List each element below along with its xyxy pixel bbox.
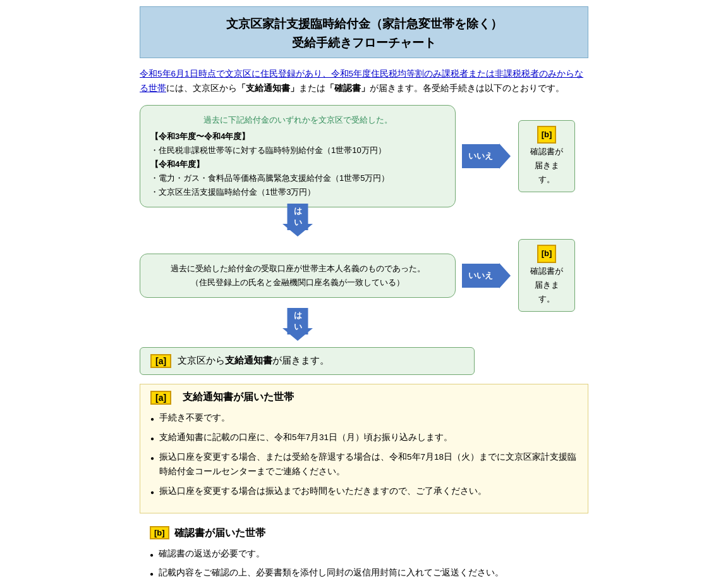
section-b: [b] 確認書が届いた世帯 確認書の返送が必要です。 記載内容をご確認の上、必要… <box>140 520 588 584</box>
kakuninsho-box-1: [b] 確認書が届きます。 <box>518 120 575 192</box>
condition1-r4: 【令和4年度】 <box>150 157 445 171</box>
b-badge-2: [b] <box>537 245 557 262</box>
section-a-badge: [a] <box>150 391 171 405</box>
condition1-r4-item1: ・電力・ガス・食料品等価格高騰緊急支援給付金（1世帯5万円） <box>150 171 445 185</box>
header-title2: 受給手続きフローチャート <box>153 35 575 51</box>
condition1-r4-item2: ・文京区生活支援臨時給付金（1世帯3万円） <box>150 185 445 199</box>
arrow-shaft-2: はい <box>288 314 307 328</box>
result-a-box: [a] 文京区から支給通知書が届きます。 <box>140 347 475 375</box>
a-badge: [a] <box>150 354 171 368</box>
page-container: 文京区家計支援臨時給付金（家計急変世帯を除く） 受給手続きフローチャート 令和5… <box>130 0 598 583</box>
arrow-down-2: はい <box>282 314 313 341</box>
section-a-list: 手続き不要です。 支給通知書に記載の口座に、令和5年7月31日（月）頃お振り込み… <box>150 411 578 499</box>
section-b-list: 確認書の返送が必要です。 記載内容をご確認の上、必要書類を添付し同封の返信用封筒… <box>150 547 578 584</box>
hai-label-1: はい <box>288 204 308 230</box>
section-a: [a] 支給通知書が届いた世帯 手続き不要です。 支給通知書に記載の口座に、令和… <box>140 384 588 513</box>
shikyuu-label: 「支給通知書」 <box>237 83 299 93</box>
condition2-line2: （住民登録上の氏名と金融機関口座名義が一致している） <box>150 276 445 290</box>
iie-arrow-2: いいえ <box>462 263 511 288</box>
section-b-item-1: 確認書の返送が必要です。 <box>150 547 578 562</box>
b-badge-1: [b] <box>537 126 557 144</box>
condition1-r3r4: 【令和3年度〜令和4年度】 <box>150 130 445 144</box>
kakuninsho-text-1: 確認書が届きます。 <box>530 147 563 184</box>
iie-label-1: いいえ <box>462 144 499 168</box>
header-box: 文京区家計支援臨時給付金（家計急変世帯を除く） 受給手続きフローチャート <box>140 6 588 58</box>
kakuninsho-text-2: 確認書が届きます。 <box>530 266 563 304</box>
condition1-r3r4-item: ・住民税非課税世帯等に対する臨時特別給付金（1世帯10万円） <box>150 144 445 157</box>
iie-label-2: いいえ <box>462 264 499 288</box>
kakunin-label: 「確認書」 <box>325 83 370 93</box>
section-a-item-1: 手続き不要です。 <box>150 411 578 426</box>
header-title1: 文京区家計支援臨時給付金（家計急変世帯を除く） <box>153 16 575 32</box>
section-b-header: [b] 確認書が届いた世帯 <box>150 526 578 541</box>
kakuninsho-box-2: [b] 確認書が届きます。 <box>518 239 575 311</box>
flow-row-2: 過去に受給した給付金の受取口座が世帯主本人名義のものであった。 （住民登録上の氏… <box>140 239 588 311</box>
section-a-title: 支給通知書が届いた世帯 <box>183 391 294 404</box>
section-b-badge: [b] <box>150 526 169 539</box>
arrow-shaft-1: はい <box>288 210 307 224</box>
condition-box-1: 過去に下記給付金のいずれかを文京区で受給した。 【令和3年度〜令和4年度】 ・住… <box>140 105 456 208</box>
flowchart-area: 過去に下記給付金のいずれかを文京区で受給した。 【令和3年度〜令和4年度】 ・住… <box>140 105 588 375</box>
section-a-item-4: 振込口座を変更する場合は振込までお時間をいただきますので、ご了承ください。 <box>150 484 578 499</box>
hai-label-2: はい <box>288 308 308 334</box>
iie-arrow-1: いいえ <box>462 144 511 169</box>
arrow-down-2-container: はい <box>140 312 456 343</box>
arrow-down-1: はい <box>282 210 313 236</box>
result-a-text: 文京区から支給通知書が届きます。 <box>178 355 329 367</box>
section-a-header: [a] 支給通知書が届いた世帯 <box>150 391 578 405</box>
iie-triangle-1 <box>499 144 511 169</box>
section-a-item-3: 振込口座を変更する場合、または受給を辞退する場合は、令和5年7月18日（火）まで… <box>150 450 578 479</box>
condition1-sub: 過去に下記給付金のいずれかを文京区で受給した。 <box>150 113 445 127</box>
arrow-down-1-container: はい <box>140 207 456 239</box>
intro-text: 令和5年6月1日時点で文京区に住民登録があり、令和5年度住民税均等割のみ課税者ま… <box>140 67 588 96</box>
condition-box-2: 過去に受給した給付金の受取口座が世帯主本人名義のものであった。 （住民登録上の氏… <box>140 254 456 298</box>
section-b-title: 確認書が届いた世帯 <box>174 527 265 540</box>
section-b-item-2: 記載内容をご確認の上、必要書類を添付し同封の返信用封筒に入れてご返送ください。 <box>150 566 578 580</box>
flow-row-1: 過去に下記給付金のいずれかを文京区で受給した。 【令和3年度〜令和4年度】 ・住… <box>140 105 588 208</box>
condition2-line1: 過去に受給した給付金の受取口座が世帯主本人名義のものであった。 <box>150 262 445 276</box>
section-a-item-2: 支給通知書に記載の口座に、令和5年7月31日（月）頃お振り込みします。 <box>150 431 578 445</box>
iie-triangle-2 <box>499 263 511 288</box>
